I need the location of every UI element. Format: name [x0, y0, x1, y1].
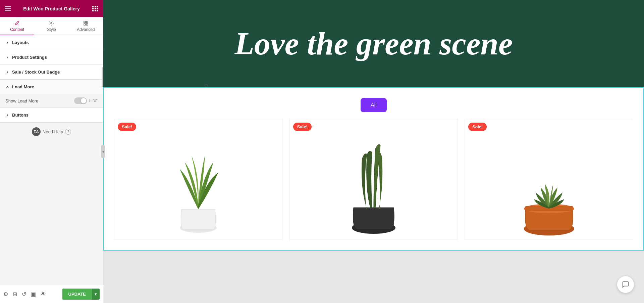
plant-svg-2 — [327, 122, 421, 236]
hero-banner: Love the green scene — [103, 0, 644, 87]
sidebar-header: Edit Woo Product Gallery — [0, 0, 103, 17]
accordion-buttons-label: Buttons — [12, 113, 29, 118]
accordion-sale-badge: Sale / Stock Out Badge — [0, 65, 103, 80]
accordion-product-settings: Product Settings — [0, 50, 103, 65]
help-circle-icon: ? — [65, 129, 71, 135]
svg-rect-1 — [84, 21, 86, 23]
menu-icon[interactable] — [5, 6, 11, 11]
plant-image-3 — [465, 119, 633, 240]
toggle-track[interactable] — [74, 97, 87, 104]
svg-rect-2 — [86, 21, 88, 23]
content-icon — [14, 20, 20, 26]
accordion-layouts-header[interactable]: Layouts — [0, 35, 103, 50]
accordion-product-settings-header[interactable]: Product Settings — [0, 50, 103, 64]
need-help-section[interactable]: EA Need Help ? — [0, 123, 103, 141]
product-card-1: Sale! — [114, 119, 283, 240]
accordion-sale-badge-header[interactable]: Sale / Stock Out Badge — [0, 65, 103, 79]
ea-logo: EA — [32, 127, 41, 136]
update-dropdown-button[interactable]: ▾ — [92, 289, 100, 300]
show-load-more-row: Show Load More HIDE — [0, 94, 103, 107]
sale-badge-3: Sale! — [468, 123, 487, 131]
resize-handle[interactable] — [101, 145, 105, 158]
svg-rect-4 — [84, 24, 86, 25]
tab-style-label: Style — [47, 27, 56, 32]
grid-icon[interactable] — [92, 6, 98, 11]
accordion-load-more-header[interactable]: Load More — [0, 80, 103, 94]
tab-content-label: Content — [10, 27, 24, 32]
show-load-more-toggle[interactable]: HIDE — [74, 97, 98, 104]
tab-style[interactable]: Style — [34, 17, 68, 35]
sidebar-toolbar: ⚙ ⊞ ↺ ▣ 👁 UPDATE ▾ — [0, 285, 103, 303]
filter-bar: All — [114, 95, 633, 119]
layers-icon[interactable]: ⊞ — [13, 291, 17, 297]
tab-advanced-label: Advanced — [77, 27, 95, 32]
sidebar-scrollbar — [102, 67, 103, 87]
chevron-buttons-icon — [5, 113, 9, 117]
accordion-buttons: Buttons — [0, 108, 103, 123]
chevron-product-settings-icon — [5, 55, 9, 59]
accordion-product-settings-label: Product Settings — [12, 55, 47, 60]
chevron-layouts-icon — [5, 41, 9, 45]
svg-point-0 — [51, 23, 52, 24]
accordion-layouts-label: Layouts — [12, 40, 29, 45]
gallery-area: All Sale! — [103, 87, 644, 251]
toggle-thumb — [81, 98, 86, 103]
advanced-icon — [83, 20, 89, 26]
sale-badge-2: Sale! — [293, 123, 312, 131]
plant-image-2 — [290, 119, 458, 240]
sale-badge-1: Sale! — [118, 123, 136, 131]
history-icon[interactable]: ↺ — [22, 291, 26, 297]
sidebar: Edit Woo Product Gallery Content Style — [0, 0, 103, 303]
canvas-inner: Love the green scene All Sale! — [103, 0, 644, 303]
accordion-load-more-label: Load More — [12, 84, 34, 89]
accordion-layouts: Layouts — [0, 35, 103, 50]
update-btn-group: UPDATE ▾ — [62, 289, 100, 300]
settings-icon[interactable]: ⚙ — [3, 291, 8, 297]
filter-all-button[interactable]: All — [361, 98, 387, 112]
hero-title: Love the green scene — [234, 26, 513, 61]
svg-rect-3 — [86, 24, 88, 25]
accordion-buttons-header[interactable]: Buttons — [0, 108, 103, 122]
canvas: Love the green scene All Sale! — [103, 0, 644, 303]
tab-content[interactable]: Content — [0, 17, 34, 35]
show-load-more-label: Show Load More — [5, 98, 38, 103]
update-button[interactable]: UPDATE — [62, 289, 92, 300]
style-icon — [49, 20, 54, 26]
accordion-load-more: Load More Show Load More HIDE — [0, 80, 103, 108]
products-grid: Sale! — [114, 119, 633, 240]
sidebar-content: Layouts Product Settings Sale / Stock Ou… — [0, 35, 103, 303]
chat-icon — [622, 281, 629, 288]
plant-svg-1 — [151, 129, 245, 236]
plant-svg-3 — [502, 125, 596, 236]
product-card-2: Sale! — [289, 119, 458, 240]
toolbar-icons: ⚙ ⊞ ↺ ▣ 👁 — [3, 291, 46, 297]
chat-button[interactable] — [617, 276, 634, 293]
accordion-sale-badge-label: Sale / Stock Out Badge — [12, 70, 60, 75]
need-help-label: Need Help — [43, 129, 63, 134]
toggle-state-label: HIDE — [89, 99, 98, 103]
product-card-3: Sale! — [465, 119, 633, 240]
chevron-sale-badge-icon — [5, 70, 9, 74]
plant-image-1 — [114, 119, 282, 240]
responsive-icon[interactable]: ▣ — [31, 291, 36, 297]
chevron-load-more-icon — [5, 85, 9, 89]
page-title: Edit Woo Product Gallery — [23, 6, 80, 11]
tab-advanced[interactable]: Advanced — [69, 17, 103, 35]
sidebar-tabs: Content Style Advanced — [0, 17, 103, 35]
eye-icon[interactable]: 👁 — [41, 291, 46, 297]
